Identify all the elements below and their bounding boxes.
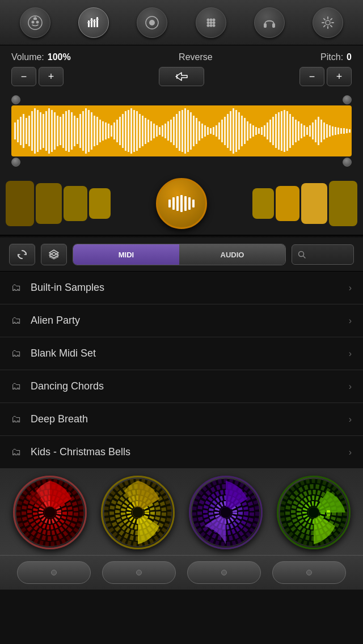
pad-right-2[interactable] — [276, 186, 299, 221]
audio-toggle-button[interactable]: AUDIO — [179, 244, 285, 265]
svg-rect-146 — [349, 129, 351, 133]
svg-rect-121 — [278, 112, 280, 150]
item-name: Kids - Christmas Bells — [31, 446, 349, 458]
svg-rect-43 — [57, 116, 58, 146]
reverse-label: Reverse — [179, 52, 213, 62]
pad-left-3[interactable] — [64, 186, 87, 221]
pad-section — [0, 172, 363, 235]
pad-left-2[interactable] — [36, 183, 62, 224]
svg-rect-58 — [99, 120, 101, 142]
svg-rect-117 — [267, 122, 268, 139]
svg-rect-129 — [301, 124, 302, 138]
svg-rect-6 — [91, 18, 92, 27]
right-handle-bottom[interactable] — [343, 158, 352, 167]
center-play-button[interactable] — [156, 178, 207, 229]
headphone-nav-button[interactable] — [254, 7, 285, 38]
settings-nav-button[interactable] — [313, 7, 343, 38]
pad-left-1[interactable] — [6, 181, 34, 226]
item-name: Built-in Samples — [31, 282, 349, 294]
svg-rect-34 — [31, 111, 33, 151]
pad-right-4[interactable] — [329, 181, 357, 226]
reverse-button[interactable] — [159, 67, 204, 86]
waveform-display[interactable] — [11, 105, 352, 156]
svg-point-16 — [209, 18, 212, 21]
equalizer-nav-button[interactable] — [78, 7, 109, 38]
svg-rect-137 — [323, 122, 325, 139]
wheel-3[interactable] — [189, 476, 263, 549]
svg-point-179 — [220, 507, 231, 518]
list-item[interactable]: 🗂 Deep Breath › — [0, 403, 363, 436]
button-dot — [51, 570, 57, 575]
chevron-icon: › — [349, 349, 352, 359]
midi-toggle-button[interactable]: MIDI — [73, 244, 179, 265]
wheel-1[interactable] — [13, 476, 87, 549]
svg-point-23 — [212, 24, 215, 27]
list-item[interactable]: 🗂 Blank Midi Set › — [0, 337, 363, 370]
svg-rect-120 — [275, 114, 277, 148]
svg-rect-59 — [102, 121, 104, 141]
pad-right-1[interactable] — [252, 188, 274, 219]
waveform-top-handles — [11, 95, 352, 105]
volume-minus-button[interactable]: − — [11, 67, 36, 86]
item-name: Deep Breath — [31, 413, 349, 425]
svg-rect-105 — [233, 108, 234, 154]
bottom-button-1[interactable] — [17, 561, 91, 584]
svg-rect-135 — [318, 117, 319, 145]
volume-control: Volume: 100% — [11, 52, 71, 62]
button-dot — [306, 570, 312, 575]
svg-rect-186 — [327, 510, 330, 512]
bottom-button-2[interactable] — [102, 561, 176, 584]
list-item[interactable]: 🗂 Alien Party › — [0, 304, 363, 337]
svg-rect-141 — [335, 127, 336, 135]
pad-left-4[interactable] — [89, 188, 111, 219]
svg-rect-61 — [108, 124, 109, 138]
svg-point-26 — [326, 20, 330, 25]
grid-nav-button[interactable] — [196, 7, 226, 38]
waveform-bottom-handles — [11, 156, 352, 167]
svg-point-2 — [36, 20, 39, 23]
pitch-minus-button[interactable]: − — [299, 67, 324, 86]
svg-rect-60 — [105, 122, 107, 139]
volume-plus-button[interactable]: + — [39, 67, 64, 86]
wheel-4[interactable] — [277, 476, 351, 549]
svg-rect-187 — [327, 514, 330, 516]
bottom-button-3[interactable] — [187, 561, 261, 584]
svg-rect-80 — [162, 125, 163, 137]
svg-rect-54 — [88, 110, 90, 152]
svg-rect-47 — [68, 110, 70, 152]
right-handle-top[interactable] — [343, 95, 352, 104]
left-handle-bottom[interactable] — [11, 158, 20, 167]
button-dot — [221, 570, 227, 575]
svg-rect-37 — [40, 112, 41, 150]
wheel-2[interactable] — [101, 476, 175, 549]
svg-rect-84 — [173, 117, 175, 145]
svg-point-22 — [209, 24, 212, 27]
svg-line-158 — [303, 256, 306, 259]
search-input[interactable] — [308, 251, 348, 259]
svg-rect-81 — [164, 124, 166, 138]
search-box[interactable] — [292, 244, 354, 265]
chevron-icon: › — [349, 316, 352, 326]
robot-nav-button[interactable] — [20, 7, 50, 38]
svg-rect-41 — [51, 110, 53, 152]
record-nav-button[interactable] — [137, 7, 167, 38]
pad-right-3[interactable] — [301, 183, 327, 224]
list-item[interactable]: 🗂 Dancing Chords › — [0, 370, 363, 403]
button-dot — [136, 570, 142, 575]
svg-rect-133 — [312, 122, 314, 139]
svg-rect-96 — [207, 127, 209, 135]
dropbox-button[interactable] — [41, 244, 67, 265]
refresh-button[interactable] — [9, 244, 35, 265]
svg-rect-63 — [113, 122, 115, 139]
pitch-plus-button[interactable]: + — [327, 67, 352, 86]
list-item[interactable]: 🗂 Kids - Christmas Bells › — [0, 436, 363, 469]
svg-rect-102 — [224, 117, 226, 145]
svg-rect-103 — [227, 114, 229, 148]
svg-rect-144 — [343, 128, 345, 134]
bottom-button-4[interactable] — [272, 561, 346, 584]
svg-rect-139 — [329, 125, 331, 137]
list-item[interactable]: 🗂 Built-in Samples › — [0, 272, 363, 304]
left-handle-top[interactable] — [11, 95, 20, 104]
svg-point-1 — [31, 20, 34, 23]
right-pads — [252, 181, 357, 226]
